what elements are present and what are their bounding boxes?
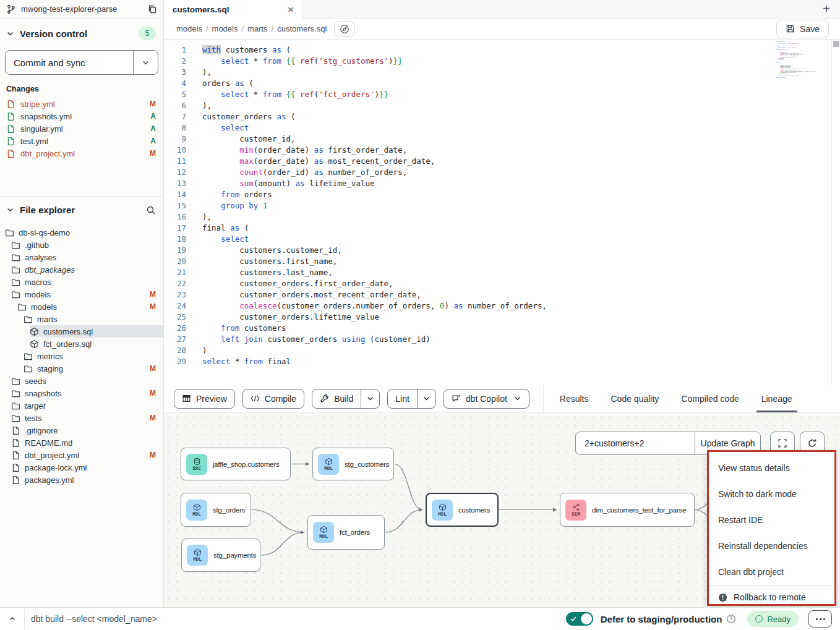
tree-item-db-sl-qs-demo[interactable]: db-sl-qs-demo [0, 226, 163, 239]
save-button[interactable]: Save [776, 20, 829, 38]
minimap[interactable]: with customers as ( select * from {{ ref… [776, 41, 826, 86]
lineage-node-stg-orders[interactable]: MDLstg_orders [181, 493, 251, 527]
breadcrumb-item[interactable]: models [212, 24, 238, 33]
lineage-node-customers[interactable]: MDLcustomers [426, 493, 499, 527]
defer-toggle[interactable] [566, 612, 593, 626]
tree-item-dbt-packages[interactable]: dbt_packages [0, 263, 163, 276]
code-line: 17final as ( [164, 223, 840, 234]
code-text: left join customer_orders using (custome… [202, 334, 431, 345]
changed-file-row[interactable]: test.ymlA [0, 135, 163, 147]
lineage-node-dim-customers-test-for-parse[interactable]: SEMdim_customers_test_for_parse [560, 493, 695, 527]
node-label: stg_customers [345, 461, 389, 468]
search-icon[interactable] [146, 205, 156, 215]
menu-item-switch-to-dark-mode[interactable]: Switch to dark mode [709, 481, 834, 507]
menu-item-view-status-details[interactable]: View status details [709, 455, 834, 481]
code-text: ), [202, 100, 212, 111]
breadcrumb-item[interactable]: marts [247, 24, 268, 33]
tree-item-analyses[interactable]: analyses [0, 251, 163, 263]
breadcrumb-separator: / [206, 24, 208, 33]
copy-icon[interactable] [147, 4, 157, 14]
line-number: 15 [164, 200, 186, 211]
tree-item-target[interactable]: target [0, 399, 163, 412]
node-badge-label: MDL [193, 557, 202, 562]
code-text: customer_orders as ( [202, 111, 296, 122]
code-text: customer_orders.first_order_date, [202, 278, 393, 289]
code-text: customers.customer_id, [202, 245, 342, 256]
close-icon[interactable]: × [288, 4, 294, 15]
menu-item-reinstall-dependencies[interactable]: Reinstall dependencies [709, 533, 834, 559]
action-button-dbt-copilot[interactable]: dbt Copilot [444, 389, 529, 409]
tree-item-dbt-project-yml[interactable]: dbt_project.ymlM [0, 449, 163, 461]
new-tab-button[interactable]: + [813, 0, 840, 18]
code-navigation-button[interactable] [334, 21, 355, 37]
changed-file-row[interactable]: dbt_project.ymlM [0, 147, 163, 160]
code-line: 10 min(order_date) as first_order_date, [164, 145, 840, 156]
tree-item-staging[interactable]: stagingM [0, 362, 163, 375]
more-options-button[interactable] [808, 610, 832, 628]
tree-item-marts[interactable]: marts [0, 313, 163, 325]
tree-item-github[interactable]: .github [0, 239, 163, 251]
tab-code-quality[interactable]: Code quality [611, 385, 659, 412]
lineage-node-stg-customers[interactable]: MDLstg_customers [312, 448, 394, 480]
code-text: count(order_id) as number_of_orders, [202, 167, 407, 178]
code-line: 23 customer_orders.most_recent_order_dat… [164, 289, 840, 300]
expand-command-bar-button[interactable] [0, 608, 25, 630]
tab-customers-sql[interactable]: customers.sql × [164, 0, 303, 19]
file-icon [11, 426, 20, 435]
action-dropdown-lint[interactable] [417, 389, 435, 408]
breadcrumb-item[interactable]: models [176, 24, 202, 33]
tree-item-models[interactable]: modelsM [0, 288, 163, 300]
commit-options-button[interactable] [133, 51, 158, 74]
lineage-node-jaffle-shop-customers[interactable]: SRCjaffle_shop.customers [181, 448, 291, 480]
scrollbar-thumb[interactable] [833, 41, 839, 47]
tree-item-readme-md[interactable]: README.md [0, 436, 163, 449]
tree-item-macros[interactable]: macros [0, 276, 163, 288]
branch-name[interactable]: mwong-test-explorer-parse [21, 4, 142, 14]
node-badge-sem: SEM [565, 500, 586, 521]
lineage-node-stg-payments[interactable]: MDLstg_payments [181, 538, 260, 572]
action-button-preview[interactable]: Preview [174, 389, 235, 409]
line-number: 1 [164, 45, 186, 56]
breadcrumb-item[interactable]: customers.sql [277, 24, 327, 33]
version-control-header[interactable]: Version control 5 [0, 19, 163, 45]
action-button-lint[interactable]: Lint [387, 389, 436, 409]
tree-item-gitignore[interactable]: .gitignore [0, 424, 163, 436]
tab-lineage[interactable]: Lineage [761, 385, 792, 412]
tab-results[interactable]: Results [560, 385, 589, 412]
tree-item-label: .github [25, 241, 49, 250]
file-explorer-header[interactable]: File explorer [0, 197, 163, 220]
command-input[interactable] [25, 614, 566, 624]
tree-item-fct-orders-sql[interactable]: fct_orders.sql [0, 338, 163, 350]
menu-item-restart-ide[interactable]: Restart IDE [709, 507, 834, 533]
code-editor[interactable]: 1with customers as (2 select * from {{ r… [164, 40, 840, 385]
editor-scrollbar[interactable] [831, 40, 840, 385]
tab-compiled-code[interactable]: Compiled code [681, 385, 739, 412]
menu-item-rollback-to-remote[interactable]: Rollback to remote [709, 585, 834, 607]
action-dropdown-build[interactable] [361, 389, 379, 408]
tree-item-tests[interactable]: testsM [0, 412, 163, 424]
tree-item-snapshots[interactable]: snapshotsM [0, 387, 163, 399]
changed-file-row[interactable]: snapshots.ymlA [0, 110, 163, 122]
tree-item-customers-sql[interactable]: customers.sql [0, 325, 163, 338]
tree-item-packages-yml[interactable]: packages.yml [0, 474, 163, 486]
tree-item-models[interactable]: modelsM [0, 300, 163, 313]
lineage-node-fct-orders[interactable]: MDLfct_orders [307, 515, 385, 550]
tree-item-metrics[interactable]: metrics [0, 350, 163, 362]
action-button-compile[interactable]: Compile [242, 389, 304, 409]
code-line: 15 group by 1 [164, 200, 840, 211]
code-line: 11 max(order_date) as most_recent_order_… [164, 156, 840, 167]
menu-item-label: Rollback to remote [734, 592, 806, 602]
action-button-build[interactable]: Build [312, 389, 380, 409]
help-icon[interactable] [726, 614, 736, 624]
line-number: 11 [164, 156, 186, 167]
tree-item-label: dbt_project.yml [25, 451, 79, 460]
tree-item-package-lock-yml[interactable]: package-lock.yml [0, 461, 163, 474]
tree-item-label: db-sl-qs-demo [19, 228, 70, 237]
menu-item-clean-dbt-project[interactable]: Clean dbt project [709, 559, 834, 585]
lineage-search-input[interactable] [576, 432, 695, 454]
model-icon [193, 503, 201, 511]
tree-item-seeds[interactable]: seeds [0, 375, 163, 387]
commit-and-sync-button[interactable]: Commit and sync [6, 51, 133, 74]
changed-file-row[interactable]: singular.ymlA [0, 122, 163, 135]
changed-file-row[interactable]: stripe.ymlM [0, 98, 163, 110]
